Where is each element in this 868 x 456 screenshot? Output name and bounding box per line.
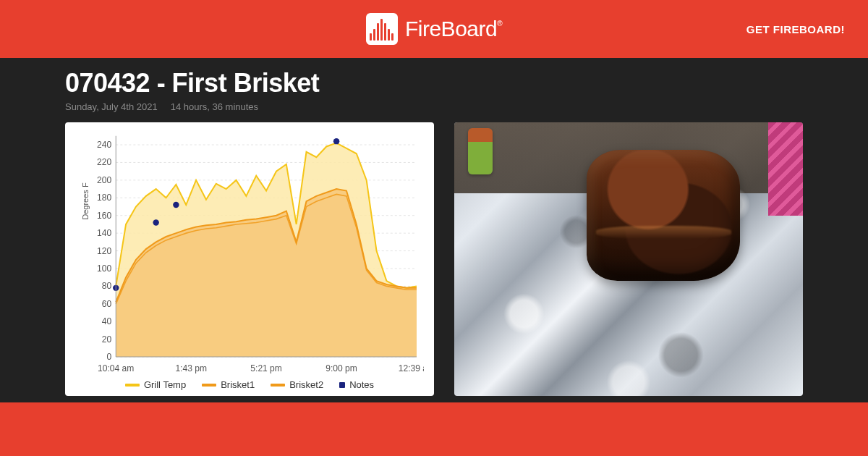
app-header: FireBoard® GET FIREBOARD! [0,0,868,58]
legend-notes: Notes [339,379,374,390]
session-title: 070432 - First Brisket [65,68,803,98]
brand-logo: FireBoard® [366,13,502,45]
svg-text:200: 200 [97,175,111,185]
brand-logo-icon [366,13,398,45]
svg-text:10:04 am: 10:04 am [98,363,134,373]
svg-text:160: 160 [97,211,111,221]
svg-text:40: 40 [102,316,112,326]
svg-point-33 [153,219,158,225]
temperature-chart: 020406080100120140160180200220240Degrees… [75,130,424,378]
svg-text:12:39 am: 12:39 am [399,363,424,373]
get-fireboard-link[interactable]: GET FIREBOARD! [746,23,845,35]
svg-text:5:21 pm: 5:21 pm [250,363,282,373]
session-duration: 14 hours, 36 minutes [171,101,258,112]
svg-text:60: 60 [102,299,112,309]
svg-text:140: 140 [97,228,111,238]
brand-name: FireBoard® [405,17,502,41]
session-meta: Sunday, July 4th 2021 14 hours, 36 minut… [65,101,803,112]
svg-text:Degrees F: Degrees F [81,182,90,220]
legend-brisket1: Brisket1 [202,379,255,390]
footer-bar [0,402,868,456]
svg-text:0: 0 [107,352,112,362]
main-content: 070432 - First Brisket Sunday, July 4th … [0,58,868,396]
svg-text:20: 20 [102,334,112,345]
session-photo [454,122,803,396]
svg-text:180: 180 [97,193,111,203]
svg-text:240: 240 [97,140,111,150]
svg-text:9:00 pm: 9:00 pm [326,363,357,373]
svg-point-34 [173,202,179,208]
svg-text:100: 100 [97,263,111,274]
svg-text:80: 80 [102,281,112,291]
legend-brisket2: Brisket2 [271,379,323,390]
session-date: Sunday, July 4th 2021 [65,101,158,112]
legend-grill-temp: Grill Temp [125,379,186,390]
temperature-chart-panel: 020406080100120140160180200220240Degrees… [65,122,434,396]
svg-text:120: 120 [97,246,111,256]
brisket-meat [587,150,740,281]
svg-point-35 [333,138,339,144]
chart-legend: Grill Temp Brisket1 Brisket2 Notes [75,379,424,390]
svg-text:1:43 pm: 1:43 pm [175,363,207,373]
svg-text:220: 220 [97,157,111,167]
